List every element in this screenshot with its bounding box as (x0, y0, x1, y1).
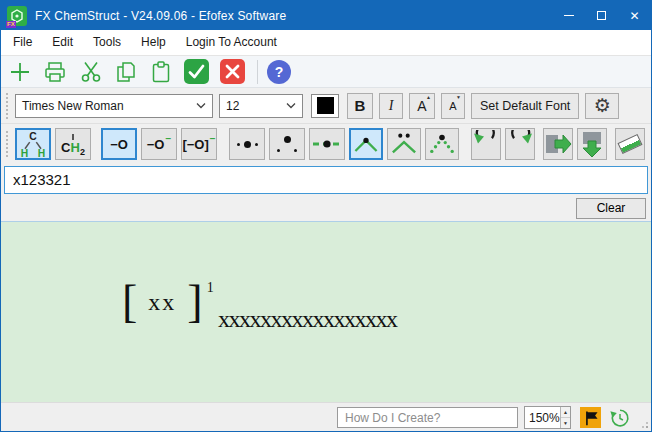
app-badge: FX (6, 21, 16, 28)
font-toolbar: Times New Roman 12 B I A ▲ A ▼ Set Defau… (1, 88, 651, 124)
italic-button[interactable]: I (379, 93, 403, 119)
svg-text:C: C (29, 131, 37, 142)
angle-radical-button[interactable] (349, 128, 383, 160)
bracket-open: [ (122, 279, 137, 325)
svg-text:H: H (38, 148, 45, 159)
methane-group-button[interactable]: C H H (15, 128, 51, 160)
chevron-down-icon (196, 102, 206, 109)
arrow-down-icon (579, 130, 605, 158)
font-settings-button[interactable]: ⚙ (585, 93, 619, 119)
chevron-down-icon (286, 102, 296, 109)
new-button[interactable] (9, 61, 31, 83)
minimize-button[interactable] (552, 1, 585, 30)
cancel-button[interactable] (220, 59, 245, 84)
clipboard-icon (149, 60, 173, 84)
angle-lone-pair-button[interactable] (387, 128, 421, 160)
flag-icon (582, 409, 600, 427)
copy-button[interactable] (114, 60, 138, 84)
spinner-up-icon[interactable]: ▲ (561, 407, 570, 418)
menu-edit[interactable]: Edit (42, 30, 83, 55)
oxygen-bracket-anion-button[interactable]: [−O]− (181, 128, 217, 160)
zoom-value: 150% (525, 407, 560, 428)
menu-help[interactable]: Help (131, 30, 176, 55)
bracket-group: [ xx ] 1 (122, 279, 214, 325)
flag-button[interactable] (580, 407, 601, 428)
increase-font-button[interactable]: A ▲ (409, 93, 435, 119)
resize-grip[interactable] (638, 418, 648, 428)
set-default-font-button[interactable]: Set Default Font (471, 93, 579, 119)
font-color-button[interactable] (311, 94, 339, 118)
zoom-spinner[interactable]: 150% ▲ ▼ (524, 406, 571, 429)
color-swatch (317, 97, 334, 114)
cut-button[interactable] (79, 60, 103, 83)
font-size-value: 12 (226, 99, 239, 113)
rotate-ccw-button[interactable] (471, 128, 501, 160)
menu-file[interactable]: File (3, 30, 42, 55)
angle-electrons-icon (426, 131, 458, 157)
chain-text: xxxxxxxxxxxxxxxxx (218, 306, 397, 333)
toolbar-separator (257, 60, 258, 84)
rotate-cw-button[interactable] (505, 128, 535, 160)
clear-button[interactable]: Clear (576, 198, 646, 219)
ch-hh-icon: C H H (17, 129, 49, 159)
eraser-icon (617, 134, 642, 154)
close-button[interactable]: ✕ (618, 1, 651, 30)
send-down-button[interactable] (577, 128, 607, 160)
status-bar: 150% ▲ ▼ (1, 402, 651, 431)
o-minus-label: −O (147, 137, 165, 152)
window-title: FX ChemStruct - V24.09.06 - Efofex Softw… (35, 9, 286, 23)
italic-label: I (389, 98, 394, 114)
rotate-cw-icon (506, 130, 534, 158)
toolbar-grip[interactable] (6, 93, 10, 119)
paste-button[interactable] (149, 60, 173, 84)
radical-dots-triangle-button[interactable] (269, 128, 305, 160)
plus-icon (9, 61, 31, 83)
chem-toolbar: C H H CH2 −O −O− [−O]− (1, 124, 651, 164)
structure-input-row (1, 164, 651, 195)
bold-button[interactable]: B (347, 93, 373, 119)
check-icon (184, 59, 209, 84)
x-icon (220, 59, 245, 84)
o-bracket-label: [−O] (182, 137, 208, 152)
set-default-font-label: Set Default Font (480, 99, 570, 113)
toolbar-grip[interactable] (6, 131, 10, 157)
o-minus-charge: − (165, 133, 171, 144)
group-superscript: 1 (207, 281, 214, 295)
question-icon: ? (275, 64, 284, 80)
o-bracket-charge: − (210, 133, 216, 144)
angle-electrons-button[interactable] (425, 128, 459, 160)
eraser-button[interactable] (615, 128, 645, 160)
font-family-value: Times New Roman (22, 99, 124, 113)
send-right-button[interactable] (543, 128, 573, 160)
font-size-select[interactable]: 12 (219, 94, 303, 118)
gear-icon: ⚙ (594, 94, 611, 117)
arrow-right-icon (544, 131, 572, 157)
decrease-font-label: A (449, 100, 456, 112)
title-bar[interactable]: FX FX ChemStruct - V24.09.06 - Efofex So… (1, 1, 651, 30)
how-do-i-create-input[interactable] (337, 407, 518, 428)
clear-row: Clear (1, 195, 651, 221)
apply-button[interactable] (184, 59, 209, 84)
print-button[interactable] (42, 60, 68, 84)
dots-row-icon (237, 141, 258, 148)
history-button[interactable] (608, 406, 631, 429)
menu-tools[interactable]: Tools (83, 30, 131, 55)
structure-canvas[interactable]: [ xx ] 1 xxxxxxxxxxxxxxxxx (1, 221, 651, 402)
ch2-group-button[interactable]: CH2 (55, 128, 91, 160)
font-family-select[interactable]: Times New Roman (15, 94, 213, 118)
structure-input[interactable] (4, 166, 648, 194)
increase-font-label: A (417, 98, 426, 114)
bond-dot-button[interactable] (309, 128, 345, 160)
maximize-button[interactable] (585, 1, 618, 30)
spinner-down-icon[interactable]: ▼ (561, 418, 570, 428)
printer-icon (42, 60, 68, 84)
bracket-close: ] (187, 279, 202, 325)
ch2-icon: CH2 (61, 134, 85, 154)
menu-login-to-account[interactable]: Login To Account (176, 30, 287, 55)
help-button[interactable]: ? (267, 60, 291, 84)
oxygen-anion-button[interactable]: −O− (141, 128, 177, 160)
oxygen-single-button[interactable]: −O (101, 128, 137, 160)
decrease-font-button[interactable]: A ▼ (441, 93, 465, 119)
svg-text:H: H (21, 148, 28, 159)
radical-dots-row-button[interactable] (229, 128, 265, 160)
